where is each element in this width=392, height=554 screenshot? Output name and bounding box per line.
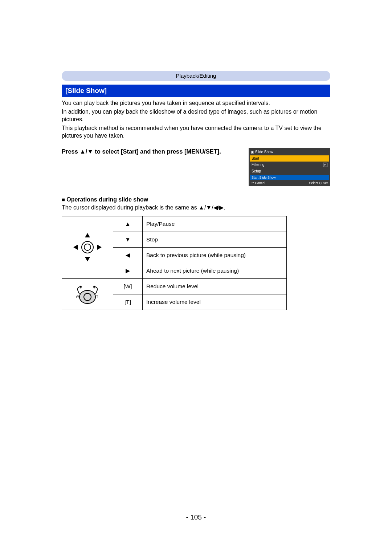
manual-page: Playback/Editing [Slide Show] You can pl… [0, 0, 392, 554]
right-symbol: ▶ [113, 263, 143, 278]
zoom-cell: W T [62, 278, 113, 310]
svg-marker-3 [85, 257, 90, 261]
menu-status: Start Slide Show [250, 175, 329, 180]
reduce-volume-desc: Reduce volume level [143, 278, 287, 294]
section-title: [Slide Show] [62, 85, 330, 97]
menu-preview: ▣ Slide Show Start Filtering ▸ Setup Sta… [249, 148, 330, 186]
intro-paragraph-1: You can play back the pictures you have … [62, 99, 330, 107]
menu-set-icon: ⊙ [319, 181, 322, 185]
back-desc: Back to previous picture (while pausing) [143, 247, 287, 263]
intro-paragraph-2: In addition, you can play back the slide… [62, 108, 330, 123]
svg-point-1 [84, 244, 91, 250]
breadcrumb: Playback/Editing [62, 71, 330, 81]
menu-footer: ↶ Cancel Select ⊙ Set [250, 180, 329, 185]
down-symbol: ▼ [113, 232, 143, 247]
w-symbol: [W] [113, 278, 143, 294]
instruction-text: Press ▲/▼ to select [Start] and then pre… [62, 148, 241, 155]
menu-items: Start Filtering ▸ Setup [250, 155, 329, 174]
dpad-icon [71, 231, 104, 264]
up-symbol: ▲ [113, 216, 143, 232]
picture-icon: ▣ [251, 150, 254, 154]
operations-table: ▲ Play/Pause ▼ Stop ◀ Back to previous p… [62, 216, 287, 310]
menu-title-text: Slide Show [255, 150, 273, 154]
stop-desc: Stop [143, 232, 287, 247]
svg-marker-2 [85, 233, 90, 237]
svg-point-0 [82, 241, 93, 253]
svg-marker-5 [97, 245, 102, 250]
increase-volume-desc: Increase volume level [143, 294, 287, 310]
svg-text:T: T [96, 295, 98, 298]
menu-item-start[interactable]: Start [250, 155, 329, 162]
dpad-cell [62, 216, 113, 278]
operations-heading: Operations during slide show [62, 196, 330, 203]
menu-title: ▣ Slide Show [250, 149, 329, 155]
page-number: - 105 - [0, 513, 392, 521]
svg-text:W: W [76, 295, 79, 298]
play-icon: ▸ [323, 163, 327, 167]
t-symbol: [T] [113, 294, 143, 310]
svg-point-6 [79, 290, 95, 304]
menu-item-label: Start [252, 156, 259, 160]
zoom-lever-icon: W T [71, 283, 104, 305]
back-icon: ↶ [251, 181, 254, 185]
svg-marker-4 [73, 245, 78, 250]
play-pause-desc: Play/Pause [143, 216, 287, 232]
intro-paragraph-3: This playback method is recommended when… [62, 124, 330, 140]
menu-footer-cancel: ↶ Cancel [251, 181, 265, 185]
left-symbol: ◀ [113, 247, 143, 263]
menu-item-label: Filtering [252, 163, 265, 167]
cursor-note: The cursor displayed during playback is … [62, 204, 330, 212]
ahead-desc: Ahead to next picture (while pausing) [143, 263, 287, 278]
menu-item-label: Setup [252, 169, 261, 173]
menu-item-setup[interactable]: Setup [250, 168, 329, 174]
menu-footer-select-set: Select ⊙ Set [309, 181, 328, 185]
menu-item-filtering[interactable]: Filtering ▸ [250, 162, 329, 168]
